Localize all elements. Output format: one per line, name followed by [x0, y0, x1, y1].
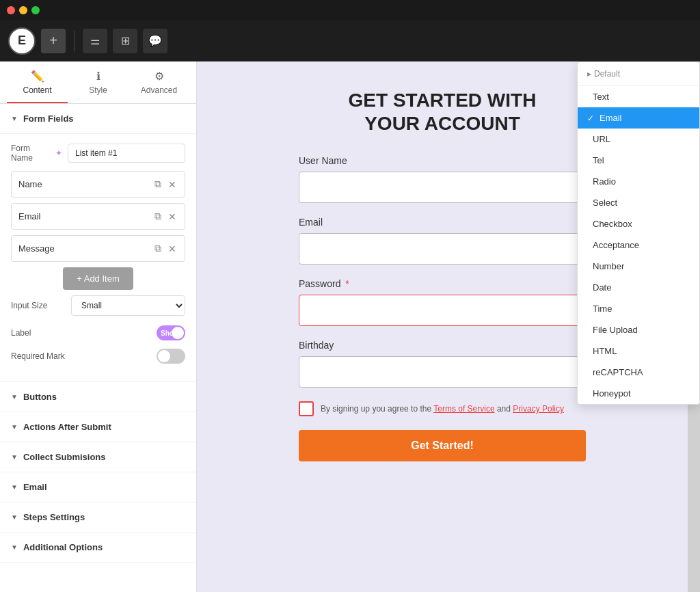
- actions-after-submit-header[interactable]: ▼ Actions After Submit: [0, 412, 196, 442]
- add-button[interactable]: +: [41, 29, 66, 53]
- form-group-username: User Name: [299, 155, 586, 203]
- collect-arrow: ▼: [11, 453, 18, 461]
- form-fields-header[interactable]: ▼ Form Fields: [0, 104, 196, 134]
- panel-tabs: ✏️ Content ℹ Style ⚙ Advanced: [0, 62, 196, 104]
- email-checkmark: ✓: [587, 113, 594, 123]
- form-fields-title: Form Fields: [23, 113, 74, 124]
- steps-arrow: ▼: [11, 513, 18, 521]
- terms-link[interactable]: Terms of Service: [433, 404, 494, 414]
- field-name-label: Name: [18, 179, 153, 189]
- add-item-label: + Add Item: [77, 273, 120, 284]
- email-label: Email: [299, 217, 586, 228]
- submit-button[interactable]: Get Started!: [299, 430, 586, 461]
- field-item-message: Message ⧉ ✕: [11, 235, 185, 262]
- required-star: *: [345, 278, 349, 289]
- tab-advanced-label: Advanced: [141, 85, 177, 95]
- elementor-logo: E: [8, 27, 36, 55]
- label-toggle-wrapper[interactable]: Show: [157, 325, 185, 340]
- field-name-actions: ⧉ ✕: [153, 177, 178, 191]
- form-group-email: Email: [299, 217, 586, 265]
- dropdown-item-acceptance[interactable]: Acceptance: [578, 234, 699, 256]
- dot-red: [7, 6, 15, 14]
- delete-name-button[interactable]: ✕: [167, 177, 178, 191]
- content-icon: ✏️: [31, 70, 44, 83]
- label-toggle-text: Show: [161, 329, 179, 337]
- birthday-label: Birthday: [299, 340, 586, 351]
- label-toggle[interactable]: Show: [157, 325, 185, 340]
- tab-content-label: Content: [23, 85, 51, 95]
- password-label: Password *: [299, 278, 586, 289]
- label-toggle-row: Label Show: [11, 325, 185, 340]
- dropdown-item-honeypot[interactable]: Honeypot: [578, 383, 699, 404]
- email-section-header[interactable]: ▼ Email: [0, 472, 196, 502]
- dropdown-item-checkbox[interactable]: Checkbox: [578, 213, 699, 234]
- terms-checkbox[interactable]: [299, 401, 314, 416]
- dropdown-item-select[interactable]: Select: [578, 192, 699, 213]
- dropdown-item-text[interactable]: Text: [578, 86, 699, 107]
- username-input[interactable]: [299, 172, 586, 203]
- tab-style[interactable]: ℹ Style: [68, 62, 129, 103]
- buttons-title: Buttons: [23, 392, 57, 402]
- dropdown-panel: ▸ Default Text ✓ Email URL Tel Rad: [577, 62, 700, 405]
- dropdown-item-radio[interactable]: Radio: [578, 171, 699, 192]
- dropdown-arrow: ▸: [587, 69, 591, 79]
- sliders-button[interactable]: ⚌: [83, 29, 107, 53]
- dropdown-item-number[interactable]: Number: [578, 256, 699, 277]
- dropdown-item-date[interactable]: Date: [578, 277, 699, 298]
- birthday-input[interactable]: [299, 356, 586, 388]
- dropdown-item-tel[interactable]: Tel: [578, 150, 699, 171]
- tab-advanced[interactable]: ⚙ Advanced: [129, 62, 189, 103]
- form-fields-content: Form Name ✦ Name ⧉ ✕ Email ⧉ ✕: [0, 134, 196, 382]
- field-item-email: Email ⧉ ✕: [11, 203, 185, 230]
- form-name-row: Form Name ✦: [11, 144, 185, 163]
- username-label: User Name: [299, 155, 586, 166]
- collect-title: Collect Submisions: [23, 452, 106, 462]
- canvas-area: GET STARTED WITH YOUR ACCOUNT User Name …: [197, 62, 700, 592]
- field-message-actions: ⧉ ✕: [153, 241, 178, 256]
- dropdown-item-email[interactable]: ✓ Email: [578, 107, 699, 129]
- dropdown-item-time[interactable]: Time: [578, 298, 699, 319]
- form-fields-arrow: ▼: [11, 115, 18, 122]
- collect-submissions-header[interactable]: ▼ Collect Submisions: [0, 442, 196, 472]
- dropdown-item-url[interactable]: URL: [578, 129, 699, 150]
- dot-green: [31, 6, 40, 14]
- email-input[interactable]: [299, 233, 586, 265]
- tab-content[interactable]: ✏️ Content: [7, 62, 68, 103]
- field-email-actions: ⧉ ✕: [153, 209, 178, 224]
- input-size-select[interactable]: Small Medium Large: [71, 295, 185, 316]
- privacy-link[interactable]: Privacy Policy: [513, 404, 564, 414]
- required-mark-row: Required Mark: [11, 349, 185, 364]
- delete-message-button[interactable]: ✕: [167, 241, 178, 256]
- field-item-name: Name ⧉ ✕: [11, 171, 185, 198]
- duplicate-email-button[interactable]: ⧉: [153, 209, 163, 224]
- form-name-input[interactable]: [68, 144, 185, 163]
- dropdown-item-recaptcha[interactable]: reCAPTCHA: [578, 362, 699, 383]
- delete-email-button[interactable]: ✕: [167, 209, 178, 224]
- buttons-header[interactable]: ▼ Buttons: [0, 382, 196, 412]
- label-toggle-label: Label: [11, 328, 157, 338]
- additional-options-header[interactable]: ▼ Additional Options: [0, 533, 196, 563]
- duplicate-message-button[interactable]: ⧉: [153, 241, 163, 256]
- actions-title: Actions After Submit: [23, 422, 111, 432]
- add-item-button[interactable]: + Add Item: [63, 267, 133, 290]
- required-mark-label: Required Mark: [11, 351, 157, 361]
- dropdown-item-html[interactable]: HTML: [578, 340, 699, 362]
- editor-toolbar: E + ⚌ ⊞ 💬: [0, 21, 700, 62]
- input-size-label: Input Size: [11, 301, 66, 310]
- ai-icon: ✦: [55, 148, 62, 158]
- actions-arrow: ▼: [11, 423, 18, 431]
- duplicate-name-button[interactable]: ⧉: [153, 177, 163, 191]
- password-input[interactable]: [299, 295, 586, 326]
- buttons-arrow: ▼: [11, 393, 18, 401]
- additional-title: Additional Options: [23, 542, 103, 552]
- field-message-label: Message: [18, 243, 153, 254]
- layers-button[interactable]: ⊞: [113, 29, 137, 53]
- top-bar: [0, 0, 700, 21]
- form-group-password: Password *: [299, 278, 586, 326]
- dropdown-item-file-upload[interactable]: File Upload: [578, 319, 699, 340]
- form-name-label: Form Name ✦: [11, 144, 62, 163]
- advanced-icon: ⚙: [154, 70, 164, 83]
- required-mark-toggle[interactable]: [157, 349, 185, 364]
- steps-settings-header[interactable]: ▼ Steps Settings: [0, 502, 196, 533]
- chat-button[interactable]: 💬: [143, 29, 167, 53]
